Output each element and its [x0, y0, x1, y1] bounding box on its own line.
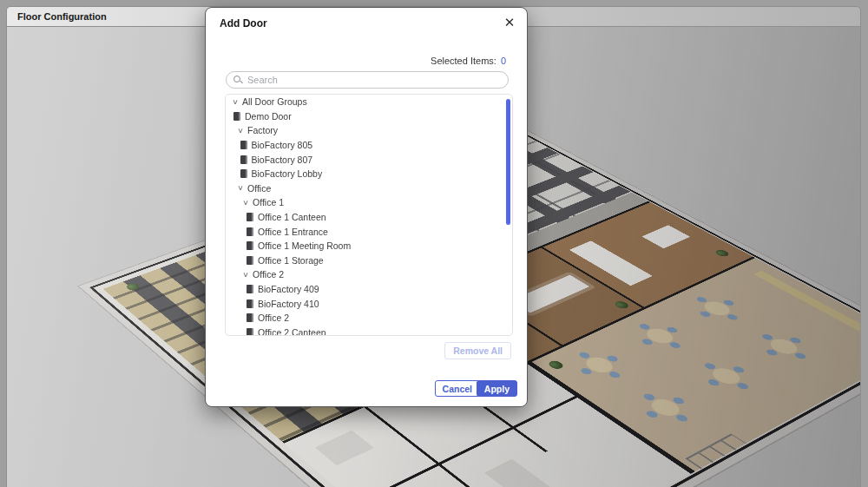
door-icon [247, 227, 253, 236]
canteen-bench [753, 271, 861, 343]
tree-item-label: Demo Door [245, 111, 292, 122]
canteen-table [700, 299, 735, 318]
wall [355, 395, 580, 487]
kitchen-island [641, 225, 690, 248]
tree-item-label: BioFactory 410 [258, 299, 319, 309]
tree-item[interactable]: Office 2 Canteen [226, 326, 512, 337]
tree-item-label: Office 1 [253, 197, 284, 207]
chevron-down-icon: ∨ [230, 98, 241, 106]
modal-title: Add Door [220, 17, 267, 30]
search-icon [233, 76, 240, 82]
tree-item[interactable]: Office 2 [226, 311, 512, 326]
canteen-table [581, 354, 618, 375]
tree-item[interactable]: ∨Office 1 [226, 195, 512, 210]
chevron-down-icon: ∨ [235, 184, 247, 192]
tree-item[interactable]: BioFactory 805 [226, 138, 512, 153]
plant [546, 359, 565, 371]
tree-item-label: Office 1 Canteen [258, 212, 326, 222]
door-icon [247, 213, 253, 221]
door-icon [247, 328, 253, 336]
plant [713, 249, 731, 258]
add-door-modal: Add Door ✕ Selected Items:0 ∨All Door Gr… [205, 7, 528, 407]
chevron-down-icon: ∨ [240, 271, 252, 279]
search-box [226, 71, 509, 89]
door-icon [240, 169, 247, 178]
tree-item[interactable]: BioFactory 807 [226, 152, 512, 167]
door-icon [240, 155, 247, 164]
tree-item-label: All Door Groups [242, 96, 307, 107]
selected-items-label: Selected Items: [431, 56, 496, 66]
close-icon[interactable]: ✕ [501, 14, 518, 31]
selected-items-row: Selected Items:0 [431, 56, 506, 66]
tree-item-label: Office 2 [258, 313, 289, 323]
tree-item[interactable]: ∨Office [226, 181, 512, 196]
door-group-tree: ∨All Door GroupsDemo Door∨FactoryBioFact… [225, 94, 513, 336]
door-icon [247, 299, 253, 308]
chevron-down-icon: ∨ [240, 199, 252, 207]
chevron-down-icon: ∨ [235, 127, 247, 135]
apply-button[interactable]: Apply [477, 380, 517, 397]
tree-item-label: BioFactory 805 [252, 140, 313, 150]
door-icon [247, 241, 253, 250]
door-icon [247, 285, 253, 293]
tree-item[interactable]: Demo Door [226, 109, 512, 124]
tree-item[interactable]: BioFactory Lobby [226, 167, 512, 181]
tree-item[interactable]: BioFactory 410 [226, 296, 512, 311]
plant [613, 300, 631, 310]
cancel-button[interactable]: Cancel [435, 380, 480, 397]
tree-item-label: Office 1 Storage [258, 255, 324, 266]
room-furniture [315, 431, 374, 465]
canteen-table [766, 336, 803, 356]
tree-item[interactable]: ∨Factory [226, 123, 512, 138]
canteen-table [707, 365, 746, 387]
tree-item[interactable]: Office 1 Meeting Room [226, 239, 512, 253]
tree-item[interactable]: Office 1 Canteen [226, 210, 512, 225]
room-furniture [484, 459, 558, 487]
tree-item[interactable]: Office 1 Entrance [226, 224, 512, 239]
tree-item-label: BioFactory Lobby [252, 168, 323, 179]
selected-items-count: 0 [501, 56, 506, 66]
tree-item-label: Office 2 [253, 269, 284, 280]
tree-item[interactable]: Office 1 Storage [226, 253, 512, 268]
door-icon [233, 112, 240, 121]
canteen-table [646, 396, 685, 418]
remove-all-button[interactable]: Remove All [444, 342, 511, 359]
door-icon [247, 256, 253, 265]
tree-item-label: Office [247, 183, 271, 194]
tree-item[interactable]: ∨Office 2 [226, 267, 512, 282]
tree-item-label: BioFactory 409 [258, 284, 319, 294]
tree-item-label: Office 1 Entrance [258, 227, 328, 237]
tree-scrollbar[interactable] [506, 99, 510, 225]
tree-item-label: Office 2 Canteen [258, 327, 326, 336]
tree-item-label: Factory [247, 125, 278, 135]
door-icon [240, 141, 247, 149]
tree-rows: ∨All Door GroupsDemo Door∨FactoryBioFact… [226, 95, 512, 336]
tree-item-label: BioFactory 807 [252, 155, 313, 165]
search-input[interactable] [247, 72, 504, 88]
tree-item[interactable]: BioFactory 409 [226, 282, 512, 297]
canteen-table [641, 326, 678, 346]
tree-item-label: Office 1 Meeting Room [258, 240, 351, 251]
tree-item[interactable]: ∨All Door Groups [226, 95, 512, 109]
door-icon [247, 313, 253, 322]
